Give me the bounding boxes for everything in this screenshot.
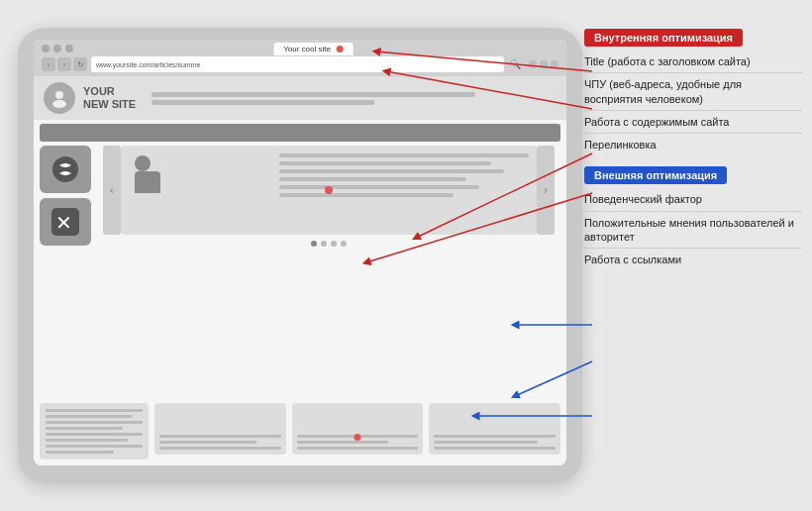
text-line [46, 439, 128, 442]
carousel-dot-4 [341, 241, 347, 247]
icon-boonex [40, 146, 91, 193]
card-red-dot [355, 434, 361, 441]
internal-item-2: ЧПУ (веб-адреса, удобные для восприятия … [584, 73, 802, 111]
circle-btn-1 [529, 60, 537, 68]
left-column [40, 403, 149, 460]
internal-item-3: Работа с содержимым сайта [584, 111, 802, 134]
circle-btn-2 [540, 60, 548, 68]
carousel-red-dot [325, 186, 333, 194]
nav-bar [40, 124, 560, 142]
svg-point-2 [52, 156, 78, 182]
carousel-dot-2 [321, 241, 327, 247]
address-bar[interactable]: Your cool site www.yoursite.com/articles… [91, 56, 504, 72]
card-3-lines [434, 435, 556, 450]
main-container: ‹ › ↻ Your cool site www.yoursite.com/ar… [0, 0, 812, 511]
tab-dot [337, 46, 344, 52]
svg-text:✕: ✕ [55, 212, 72, 234]
external-item-3: Работа с ссылками [584, 249, 802, 270]
external-item-1: Поведенческий фактор [584, 188, 802, 211]
circle-btn-3 [551, 60, 558, 68]
carousel-dots [97, 241, 560, 247]
internal-badge: Внутренняя оптимизация [584, 29, 743, 47]
dot-2 [53, 45, 61, 52]
browser-chrome: ‹ › ↻ Your cool site www.yoursite.com/ar… [34, 40, 566, 76]
internal-item-1: Title (работа с заголовком сайта) [584, 51, 802, 73]
external-items: Поведенческий фактор Положительные мнени… [584, 188, 802, 270]
card-1-lines [159, 435, 281, 450]
dot-3 [65, 45, 73, 52]
carousel-dot-3 [331, 241, 337, 247]
internal-item-4: Перелинковка [584, 134, 802, 155]
search-icon[interactable]: 🔍 [510, 59, 521, 69]
site-header: YOUR NEW SITE [34, 76, 566, 120]
external-section: Внешняя оптимизация Поведенческий фактор… [584, 165, 802, 270]
url-text: www.yoursite.com/articles/summe [96, 61, 200, 68]
feature-icons: ✕ [40, 146, 91, 246]
carousel-area: ‹ [103, 146, 555, 239]
browser-bar-row: ‹ › ↻ Your cool site www.yoursite.com/ar… [42, 56, 558, 72]
text-line [46, 433, 143, 436]
card-2 [292, 403, 424, 455]
dot-1 [42, 45, 50, 52]
text-line [46, 451, 114, 454]
site-name: YOUR NEW SITE [83, 85, 136, 111]
carousel-dot-1 [311, 241, 317, 247]
header-lines [152, 92, 557, 105]
text-line [46, 421, 143, 424]
carousel-main [121, 146, 537, 235]
header-line-2 [152, 100, 374, 105]
browser-tab: Your cool site [273, 43, 354, 55]
carousel-prev[interactable]: ‹ [103, 146, 121, 235]
card-1 [154, 403, 286, 455]
external-badge: Внешняя оптимизация [584, 166, 727, 184]
site-content: YOUR NEW SITE [34, 76, 566, 465]
avatar [44, 82, 75, 114]
svg-point-1 [52, 100, 66, 108]
tablet-device: ‹ › ↻ Your cool site www.yoursite.com/ar… [18, 28, 582, 483]
external-item-2: Положительные мнения пользователей и авт… [584, 212, 802, 250]
svg-point-0 [55, 91, 63, 99]
bottom-section [34, 399, 566, 465]
text-line [46, 427, 123, 430]
right-panel: Внутренняя оптимизация Title (работа с з… [584, 28, 802, 281]
text-line [46, 415, 133, 418]
icon-joomla: ✕ [40, 198, 91, 246]
back-button[interactable]: ‹ [42, 57, 55, 71]
carousel-section: ‹ [97, 146, 560, 249]
header-line-1 [152, 92, 475, 97]
text-line [46, 409, 143, 412]
tab-label: Your cool site [283, 45, 331, 53]
carousel-next[interactable]: › [537, 146, 555, 235]
nav-buttons: ‹ › ↻ [42, 57, 87, 71]
carousel-content-lines [279, 153, 529, 197]
refresh-button[interactable]: ↻ [73, 57, 87, 71]
internal-section: Внутренняя оптимизация Title (работа с з… [584, 28, 802, 155]
text-line [46, 445, 143, 448]
carousel-person [135, 155, 160, 193]
forward-button[interactable]: › [57, 57, 71, 71]
card-3 [429, 403, 560, 455]
browser-window: ‹ › ↻ Your cool site www.yoursite.com/ar… [34, 40, 566, 465]
internal-items: Title (работа с заголовком сайта) ЧПУ (в… [584, 51, 802, 155]
